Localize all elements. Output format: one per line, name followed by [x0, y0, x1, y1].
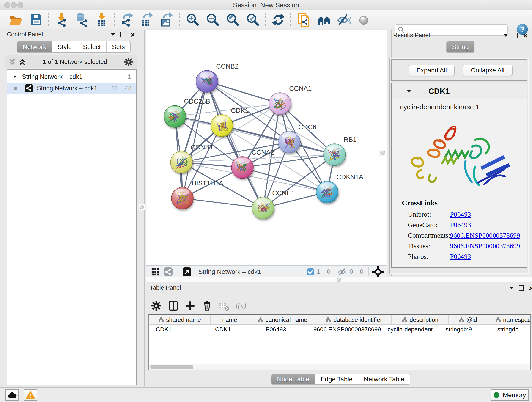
splitter-handle-right[interactable]: [380, 150, 386, 156]
selected-checkbox-icon[interactable]: [307, 268, 314, 276]
network-edge-HIST1H1A-CCNE1[interactable]: [182, 198, 263, 208]
splitter-handle-bottom[interactable]: [337, 278, 341, 282]
level-of-detail-icon[interactable]: [356, 12, 371, 27]
delete-column-icon[interactable]: [202, 300, 213, 311]
table-cell[interactable]: stringdb: [481, 326, 531, 333]
network-collection-row[interactable]: String Network – cdk1 1: [7, 71, 136, 83]
grid-view-icon[interactable]: [151, 268, 160, 276]
column-header-shared-name[interactable]: shared name: [149, 315, 211, 324]
panel-close-icon[interactable]: ×: [130, 32, 135, 37]
import-network-icon[interactable]: [54, 12, 69, 27]
network-edge-CCNB2-CCNE1[interactable]: [207, 81, 263, 208]
table-cell[interactable]: CDK1: [149, 326, 204, 333]
crosslink-link[interactable]: P06493: [450, 221, 471, 229]
scrollbar-thumb[interactable]: [150, 365, 193, 369]
warnings-button[interactable]: [24, 389, 37, 401]
network-node-CCNB2[interactable]: CCNB2: [196, 63, 239, 92]
column-header-canonical-name[interactable]: canonical name: [249, 315, 317, 324]
tree-expander-icon[interactable]: [13, 76, 17, 78]
show-columns-icon[interactable]: [168, 300, 179, 311]
table-gear-icon[interactable]: [151, 300, 162, 311]
column-header-namespace[interactable]: namespace: [487, 315, 531, 324]
table-cell[interactable]: P06493: [242, 326, 310, 333]
network-node-RB1[interactable]: RB1: [323, 136, 356, 166]
network-canvas[interactable]: CCNB2CCNA1CDC25BCDK1CDC6RB1CCNB1CCNA2CDK…: [146, 30, 387, 265]
zoom-in-icon[interactable]: [185, 12, 200, 27]
table-cell[interactable]: stringdb:9...: [442, 326, 481, 333]
open-session-icon[interactable]: [8, 12, 23, 27]
table-row[interactable]: CDK1CDK1P064939606.ENSP00000378699cyclin…: [149, 325, 530, 334]
network-node-CCNB1[interactable]: CCNB1: [171, 143, 213, 173]
table-hscrollbar[interactable]: [149, 364, 530, 370]
gear-icon[interactable]: [124, 57, 133, 67]
network-node-HIST1H1A[interactable]: HIST1H1A: [171, 179, 223, 209]
export-network-icon[interactable]: [119, 12, 134, 27]
expand-all-button[interactable]: Expand All: [409, 65, 455, 76]
panel-collapse-icon[interactable]: [510, 287, 514, 289]
tab-node-table[interactable]: Node Table: [272, 374, 315, 384]
export-table-icon[interactable]: [139, 12, 154, 27]
crosslink-link[interactable]: P06493: [450, 211, 471, 218]
houses-icon[interactable]: [317, 12, 331, 27]
panel-close-icon[interactable]: ×: [529, 286, 532, 290]
tab-sets[interactable]: Sets: [107, 41, 130, 52]
import-database-icon[interactable]: [74, 12, 89, 27]
zoom-selected-icon[interactable]: [246, 12, 260, 27]
node-label-CDK1: CDK1: [231, 107, 249, 114]
gene-section-header[interactable]: CDK1: [392, 83, 527, 99]
share-document-icon[interactable]: [297, 12, 311, 27]
collapse-all-button[interactable]: Collapse All: [463, 65, 513, 76]
save-session-icon[interactable]: [29, 12, 44, 27]
column-header--id[interactable]: @id: [449, 315, 487, 324]
collapse-all-icon[interactable]: [8, 58, 16, 66]
export-image-icon[interactable]: [159, 12, 174, 27]
crosslink-link[interactable]: 9606.ENSP00000378699: [450, 242, 520, 250]
tab-network[interactable]: Network: [17, 41, 52, 52]
cloud-button[interactable]: [6, 389, 19, 401]
panel-close-icon[interactable]: ×: [523, 33, 528, 38]
network-edge-CCNA2-CDKN1A[interactable]: [242, 167, 327, 192]
open-in-window-icon[interactable]: [182, 267, 191, 276]
network-row-selected[interactable]: String Network – cdk1 11 48: [7, 83, 136, 94]
zoom-out-icon[interactable]: [206, 12, 220, 27]
tab-edge-table[interactable]: Edge Table: [315, 374, 358, 384]
tab-select[interactable]: Select: [77, 41, 107, 52]
network-node-CCNE1[interactable]: CCNE1: [252, 189, 295, 219]
toolbar-separator: [265, 13, 266, 26]
network-graph[interactable]: CCNB2CCNA1CDC25BCDK1CDC6RB1CCNB1CCNA2CDK…: [146, 30, 387, 265]
network-edge-CCNB2-CCNA1[interactable]: [207, 81, 280, 104]
add-column-icon[interactable]: [185, 300, 196, 311]
tab-string[interactable]: String: [447, 41, 474, 52]
node-count: 11: [111, 85, 118, 92]
panel-float-icon[interactable]: [513, 32, 518, 38]
hide-panels-icon[interactable]: [336, 12, 351, 27]
table-cell[interactable]: 9606.ENSP00000378699: [310, 326, 385, 333]
horizontal-splitter[interactable]: [146, 277, 532, 282]
network-status-dot: [14, 87, 17, 90]
network-node-CCNA1[interactable]: CCNA1: [269, 85, 312, 115]
column-header-name[interactable]: name: [211, 315, 249, 324]
panel-float-icon[interactable]: [519, 285, 524, 291]
table-cell[interactable]: cyclin-dependent ...: [385, 326, 442, 333]
import-table-icon[interactable]: [94, 12, 109, 27]
gene-collapse-icon[interactable]: [407, 90, 411, 92]
panel-collapse-icon[interactable]: [111, 33, 115, 36]
column-header-description[interactable]: description: [392, 315, 449, 324]
crosslink-link[interactable]: 9606.ENSP00000378699: [450, 231, 520, 239]
zoom-fit-icon[interactable]: [225, 12, 240, 27]
birdseye-crosshair-icon[interactable]: [372, 266, 384, 278]
crosslink-link[interactable]: P06493: [450, 253, 471, 260]
tab-network-table[interactable]: Network Table: [358, 374, 410, 384]
network-share-gray-icon[interactable]: [164, 267, 173, 276]
panel-float-icon[interactable]: [120, 32, 125, 37]
column-header-database-identifier[interactable]: database identifier: [317, 315, 392, 324]
table-cell[interactable]: CDK1: [204, 326, 242, 333]
splitter-handle-left[interactable]: [139, 204, 145, 210]
hidden-eye-icon[interactable]: [337, 267, 347, 277]
network-node-CDKN1A[interactable]: CDKN1A: [316, 173, 363, 203]
refresh-icon[interactable]: [271, 12, 286, 27]
memory-button[interactable]: Memory: [491, 389, 529, 401]
panel-collapse-icon[interactable]: [504, 34, 508, 37]
expand-all-icon[interactable]: [18, 58, 26, 66]
tab-style[interactable]: Style: [52, 41, 77, 52]
